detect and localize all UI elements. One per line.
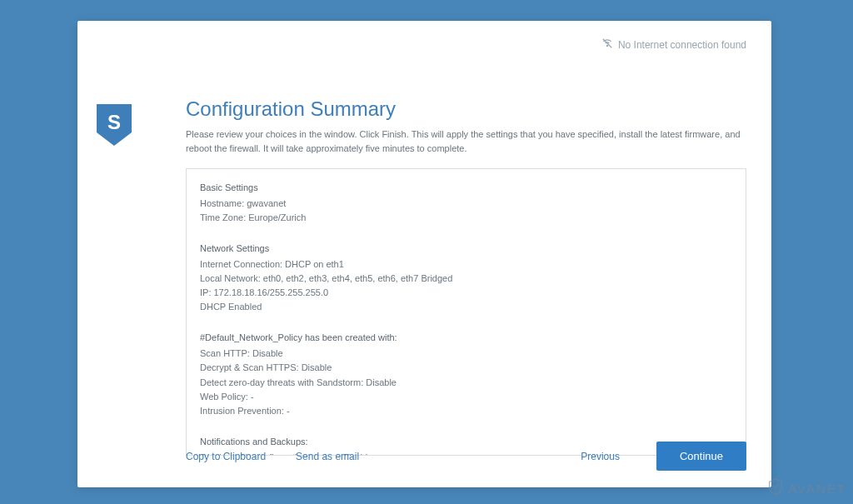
ip-line: IP: 172.18.18.16/255.255.255.0 — [200, 286, 732, 300]
local-net-line: Local Network: eth0, eth2, eth3, eth4, e… — [200, 272, 732, 286]
policy-section: #Default_Network_Policy has been created… — [200, 331, 732, 417]
avanet-watermark: AVANET — [766, 477, 846, 499]
status-text: No Internet connection found — [618, 39, 746, 51]
ips-line: Intrusion Prevention: - — [200, 404, 732, 418]
hostname-line: Hostname: gwavanet — [200, 197, 732, 211]
send-email-link[interactable]: Send as email — [296, 451, 359, 462]
policy-title: #Default_Network_Policy has been created… — [200, 331, 732, 345]
network-title: Network Settings — [200, 242, 732, 256]
watermark-text: AVANET — [788, 482, 846, 496]
setup-dialog: No Internet connection found S Configura… — [77, 21, 771, 487]
dhcp-line: DHCP Enabled — [200, 300, 732, 314]
scan-http-line: Scan HTTP: Disable — [200, 347, 732, 361]
page-title: Configuration Summary — [186, 97, 746, 121]
basic-settings-section: Basic Settings Hostname: gwavanet Time Z… — [200, 181, 732, 225]
network-settings-section: Network Settings Internet Connection: DH… — [200, 242, 732, 314]
disconnected-icon — [601, 37, 613, 52]
footer-right: Previous Continue — [564, 442, 746, 471]
copy-clipboard-link[interactable]: Copy to Clipboard — [186, 451, 266, 462]
sophos-logo: S — [97, 104, 132, 149]
page-description: Please review your choices in the window… — [186, 127, 746, 155]
footer: Copy to Clipboard Send as email Previous… — [186, 442, 746, 471]
internet-status: No Internet connection found — [601, 37, 746, 52]
svg-text:S: S — [107, 111, 121, 133]
web-policy-line: Web Policy: - — [200, 390, 732, 404]
basic-title: Basic Settings — [200, 181, 732, 195]
timezone-line: Time Zone: Europe/Zurich — [200, 211, 732, 225]
summary-box: Basic Settings Hostname: gwavanet Time Z… — [186, 168, 746, 456]
content-area: Configuration Summary Please review your… — [186, 97, 746, 456]
previous-button[interactable]: Previous — [564, 442, 636, 471]
continue-button[interactable]: Continue — [656, 442, 746, 471]
connection-line: Internet Connection: DHCP on eth1 — [200, 257, 732, 272]
shield-icon — [766, 477, 785, 499]
svg-point-0 — [606, 45, 607, 46]
scan-https-line: Decrypt & Scan HTTPS: Disable — [200, 361, 732, 375]
sandstorm-line: Detect zero-day threats with Sandstorm: … — [200, 376, 732, 390]
footer-left: Copy to Clipboard Send as email — [186, 451, 359, 462]
